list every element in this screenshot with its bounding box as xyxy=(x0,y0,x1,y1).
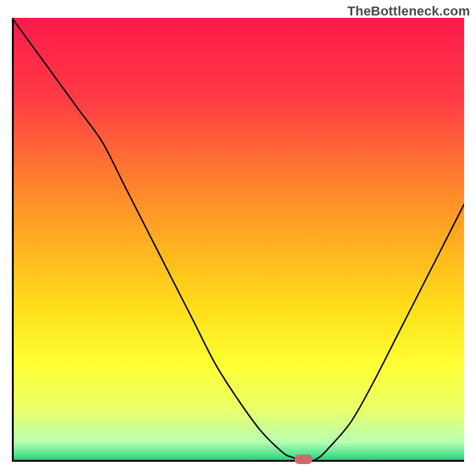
optimal-point-marker xyxy=(295,455,312,464)
chart-stage: TheBottleneck.com xyxy=(0,0,476,476)
plot-area xyxy=(12,18,464,462)
bottleneck-curve xyxy=(12,18,464,462)
watermark-label: TheBottleneck.com xyxy=(347,4,470,19)
